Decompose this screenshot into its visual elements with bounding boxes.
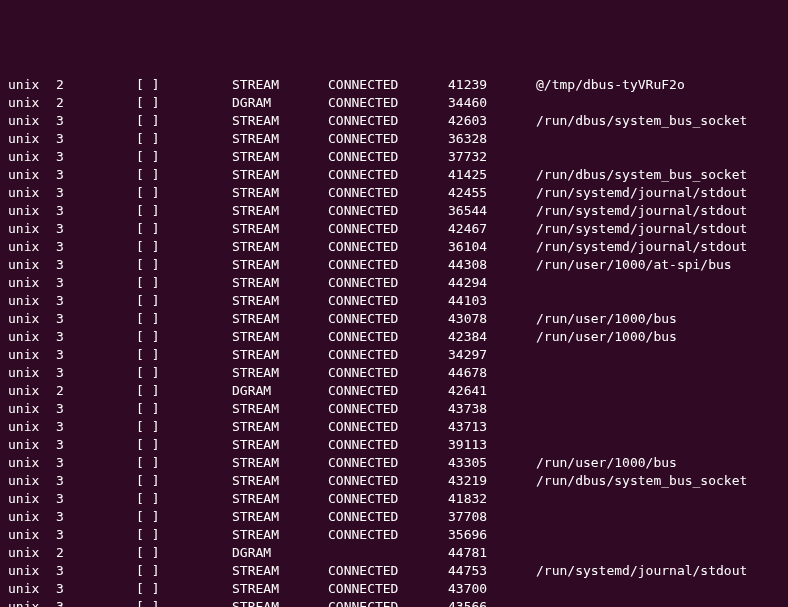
col-spacer — [80, 94, 136, 112]
col-spacer — [176, 202, 232, 220]
col-type: STREAM — [232, 310, 328, 328]
col-proto: unix — [8, 94, 56, 112]
col-inode: 44781 — [448, 544, 536, 562]
col-path: /run/dbus/system_bus_socket — [536, 112, 780, 130]
col-flags: [ ] — [136, 310, 176, 328]
col-state: CONNECTED — [328, 238, 448, 256]
col-proto: unix — [8, 544, 56, 562]
col-spacer — [80, 166, 136, 184]
col-type: STREAM — [232, 292, 328, 310]
col-state: CONNECTED — [328, 328, 448, 346]
col-spacer — [80, 310, 136, 328]
col-path — [536, 346, 780, 364]
col-flags: [ ] — [136, 328, 176, 346]
col-spacer — [176, 292, 232, 310]
col-proto: unix — [8, 130, 56, 148]
col-flags: [ ] — [136, 166, 176, 184]
col-inode: 43078 — [448, 310, 536, 328]
col-state: CONNECTED — [328, 454, 448, 472]
col-state: CONNECTED — [328, 598, 448, 607]
col-spacer — [80, 148, 136, 166]
netstat-row: unix3[ ]STREAMCONNECTED37708 — [8, 508, 780, 526]
col-refcnt: 3 — [56, 184, 80, 202]
netstat-row: unix3[ ]STREAMCONNECTED35696 — [8, 526, 780, 544]
netstat-row: unix3[ ]STREAMCONNECTED44103 — [8, 292, 780, 310]
col-path: /run/dbus/system_bus_socket — [536, 166, 780, 184]
col-inode: 44294 — [448, 274, 536, 292]
col-path — [536, 382, 780, 400]
col-path — [536, 598, 780, 607]
col-state: CONNECTED — [328, 148, 448, 166]
col-spacer — [176, 274, 232, 292]
netstat-row: unix2[ ]DGRAMCONNECTED42641 — [8, 382, 780, 400]
col-path — [536, 292, 780, 310]
netstat-row: unix3[ ]STREAMCONNECTED43566 — [8, 598, 780, 607]
col-proto: unix — [8, 400, 56, 418]
col-proto: unix — [8, 184, 56, 202]
col-flags: [ ] — [136, 112, 176, 130]
col-flags: [ ] — [136, 184, 176, 202]
terminal-output[interactable]: unix2[ ]STREAMCONNECTED41239@/tmp/dbus-t… — [8, 76, 780, 607]
col-flags: [ ] — [136, 220, 176, 238]
col-inode: 42603 — [448, 112, 536, 130]
col-flags: [ ] — [136, 508, 176, 526]
col-spacer — [176, 76, 232, 94]
col-path — [536, 94, 780, 112]
col-state: CONNECTED — [328, 562, 448, 580]
col-state: CONNECTED — [328, 130, 448, 148]
col-flags: [ ] — [136, 436, 176, 454]
col-flags: [ ] — [136, 562, 176, 580]
col-path: /run/user/1000/bus — [536, 310, 780, 328]
col-proto: unix — [8, 526, 56, 544]
col-spacer — [176, 472, 232, 490]
col-state: CONNECTED — [328, 166, 448, 184]
col-path: /run/user/1000/bus — [536, 454, 780, 472]
netstat-row: unix3[ ]STREAMCONNECTED43078/run/user/10… — [8, 310, 780, 328]
col-flags: [ ] — [136, 364, 176, 382]
col-inode: 43738 — [448, 400, 536, 418]
col-spacer — [176, 598, 232, 607]
col-path — [536, 544, 780, 562]
col-refcnt: 3 — [56, 274, 80, 292]
col-spacer — [176, 508, 232, 526]
col-inode: 36328 — [448, 130, 536, 148]
col-state: CONNECTED — [328, 526, 448, 544]
col-state: CONNECTED — [328, 184, 448, 202]
col-path — [536, 526, 780, 544]
col-inode: 39113 — [448, 436, 536, 454]
col-spacer — [176, 580, 232, 598]
col-spacer — [176, 112, 232, 130]
col-refcnt: 3 — [56, 148, 80, 166]
netstat-row: unix3[ ]STREAMCONNECTED34297 — [8, 346, 780, 364]
col-spacer — [80, 292, 136, 310]
col-proto: unix — [8, 238, 56, 256]
col-spacer — [80, 274, 136, 292]
col-type: STREAM — [232, 526, 328, 544]
col-spacer — [176, 184, 232, 202]
col-type: STREAM — [232, 166, 328, 184]
col-refcnt: 3 — [56, 490, 80, 508]
col-refcnt: 3 — [56, 112, 80, 130]
col-type: STREAM — [232, 562, 328, 580]
col-spacer — [80, 508, 136, 526]
col-proto: unix — [8, 472, 56, 490]
netstat-row: unix3[ ]STREAMCONNECTED44294 — [8, 274, 780, 292]
col-spacer — [176, 166, 232, 184]
col-state: CONNECTED — [328, 490, 448, 508]
col-spacer — [80, 526, 136, 544]
col-refcnt: 3 — [56, 580, 80, 598]
col-state: CONNECTED — [328, 382, 448, 400]
col-flags: [ ] — [136, 238, 176, 256]
col-state: CONNECTED — [328, 436, 448, 454]
col-flags: [ ] — [136, 526, 176, 544]
netstat-row: unix3[ ]STREAMCONNECTED42467/run/systemd… — [8, 220, 780, 238]
col-spacer — [176, 148, 232, 166]
col-inode: 43713 — [448, 418, 536, 436]
col-type: STREAM — [232, 400, 328, 418]
col-flags: [ ] — [136, 76, 176, 94]
col-spacer — [80, 130, 136, 148]
col-path: /run/systemd/journal/stdout — [536, 220, 780, 238]
col-flags: [ ] — [136, 274, 176, 292]
col-type: STREAM — [232, 508, 328, 526]
col-refcnt: 2 — [56, 94, 80, 112]
